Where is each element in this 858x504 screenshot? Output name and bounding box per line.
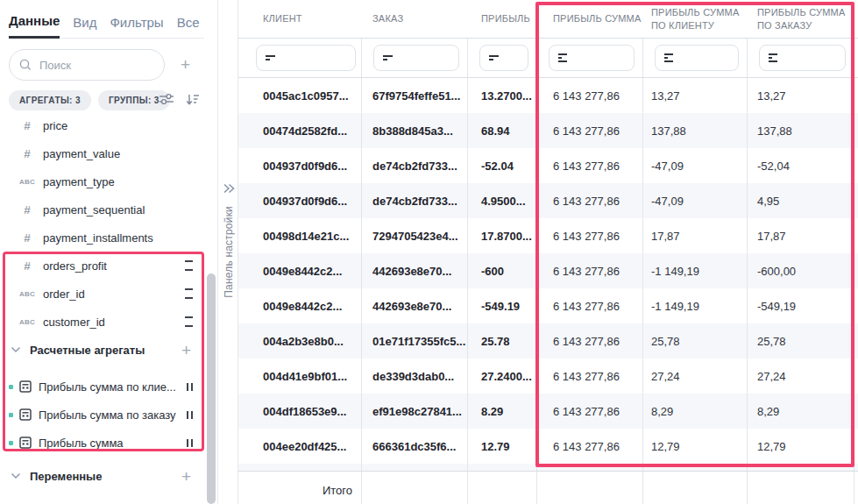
field-name: customer_id <box>43 316 180 329</box>
tab-filters[interactable]: Фильтры <box>110 15 163 38</box>
tab-data[interactable]: Данные <box>9 13 60 39</box>
field-list: # price # payment_value ABC payment_type… <box>0 111 207 492</box>
preview-table: КЛИЕНТ ЗАКАЗ ПРИБЫЛЬ ПРИБЫЛЬ СУММА ПРИБЫ… <box>238 0 858 504</box>
table-filter-row <box>238 39 858 78</box>
display-settings-button[interactable] <box>159 92 174 110</box>
sidebar-scrollbar[interactable] <box>207 273 216 504</box>
aggregate-item-profit-sum-by-order[interactable]: Прибыль сумма по заказу <box>0 401 207 429</box>
string-type-icon: ABC <box>18 178 36 186</box>
cell: de74cb2fd733... <box>362 148 468 183</box>
cell: 6 143 277,86 <box>537 358 643 394</box>
filter-input-order[interactable] <box>373 45 459 71</box>
field-item-payment-type[interactable]: ABC payment_type <box>0 167 207 195</box>
pause-indicator-icon <box>187 411 193 419</box>
column-header-profit-sum-by-order[interactable]: ПРИБЫЛЬ СУММА ПО ЗАКАЗУ <box>748 0 854 38</box>
measure-dot-icon <box>9 413 13 417</box>
aggregate-filter-icon <box>558 53 567 62</box>
table-header-row: КЛИЕНТ ЗАКАЗ ПРИБЫЛЬ ПРИБЫЛЬ СУММА ПРИБЫ… <box>238 0 858 39</box>
cell: 4,95 <box>748 183 854 218</box>
table-row: 0045ac1c0957... 67f9754feffe51... 13.270… <box>238 78 858 113</box>
column-header-profit-sum[interactable]: ПРИБЫЛЬ СУММА <box>537 0 643 38</box>
totals-row: Итого <box>238 471 858 504</box>
cell: 12,79 <box>643 429 748 464</box>
cell: 6 143 277,86 <box>537 394 643 429</box>
column-header-profit-sum-by-client[interactable]: ПРИБЫЛЬ СУММА ПО КЛИЕНТУ <box>643 0 748 38</box>
filter-input-profit-sum[interactable] <box>549 45 635 71</box>
number-type-icon: # <box>18 231 36 245</box>
column-header-client[interactable]: КЛИЕНТ <box>238 0 362 38</box>
tab-view[interactable]: Вид <box>73 15 96 38</box>
cell: 00498d14e21c... <box>238 218 362 253</box>
field-item-price[interactable]: # price <box>0 111 207 139</box>
section-variables[interactable]: Переменные + <box>0 460 207 492</box>
cell: -47,09 <box>643 148 748 183</box>
cell: 8.29 <box>468 394 537 429</box>
chevron-down-icon <box>11 472 21 479</box>
cell: 6 143 277,86 <box>537 288 643 323</box>
filter-chips: АГРЕГАТЫ: 3 ГРУППЫ: 3 <box>9 90 170 110</box>
cell: 12,79 <box>748 429 854 464</box>
filter-input-client[interactable] <box>256 45 356 71</box>
sidebar-tabs: Данные Вид Фильтры Все <box>9 11 204 39</box>
sort-descending-icon <box>185 93 200 106</box>
string-type-icon: ABC <box>18 290 36 298</box>
cell: 25,78 <box>748 323 854 358</box>
cell: 004937d0f9d6... <box>238 183 362 218</box>
cell: 68.94 <box>468 113 537 148</box>
field-item-payment-value[interactable]: # payment_value <box>0 139 207 167</box>
filter-input-profit[interactable] <box>479 45 528 71</box>
field-item-payment-sequential[interactable]: # payment_sequential <box>0 195 207 224</box>
filter-icon <box>489 55 499 60</box>
field-name: order_id <box>43 287 180 301</box>
filter-icon <box>266 55 275 60</box>
cell: 17,87 <box>748 218 854 253</box>
cell: 6 143 277,86 <box>537 218 643 253</box>
add-variable-button[interactable]: + <box>181 468 191 485</box>
aggregates-chip[interactable]: АГРЕГАТЫ: 3 <box>9 90 91 110</box>
aggregate-filter-icon <box>664 53 673 62</box>
table-row: 004df18653e9... ef91e98c27841... 8.29 6 … <box>238 394 858 429</box>
filter-input-profit-sum-by-order[interactable] <box>759 45 846 71</box>
column-header-profit[interactable]: ПРИБЫЛЬ <box>468 0 537 38</box>
cell: 27,24 <box>643 358 748 394</box>
cell: de74cb2fd733... <box>362 183 468 218</box>
field-item-order-id[interactable]: ABC order_id <box>0 280 207 308</box>
sort-button[interactable] <box>185 93 200 110</box>
filter-input-profit-sum-by-client[interactable] <box>655 45 739 71</box>
cell: 00474d2582fd... <box>238 113 362 148</box>
expand-panel-button[interactable] <box>223 181 235 197</box>
fields-sidebar: Данные Вид Фильтры Все + АГРЕГАТЫ: 3 ГРУ… <box>0 0 217 504</box>
field-item-orders-profit[interactable]: # orders_profit <box>0 252 207 280</box>
cell: 67f9754feffe51... <box>362 78 468 113</box>
cell: -52,04 <box>748 148 854 183</box>
search-input[interactable] <box>9 49 165 81</box>
tab-all[interactable]: Все <box>177 15 200 38</box>
cell: 17,87 <box>643 218 748 253</box>
pause-indicator-icon <box>187 383 193 391</box>
field-item-payment-installments[interactable]: # payment_installments <box>0 224 207 252</box>
cell: 7294705423e4... <box>362 218 468 253</box>
table-row: 004937d0f9d6... de74cb2fd733... 4.9500..… <box>238 183 858 218</box>
aggregate-item-profit-sum[interactable]: Прибыль сумма <box>0 429 207 457</box>
number-type-icon: # <box>18 203 36 217</box>
add-aggregate-button[interactable]: + <box>181 342 191 358</box>
cell: ef91e98c27841... <box>362 394 468 429</box>
cell: 6 143 277,86 <box>537 253 643 288</box>
add-field-button[interactable]: + <box>181 56 190 73</box>
column-header-order[interactable]: ЗАКАЗ <box>362 0 468 38</box>
table-row: 00498d14e21c... 7294705423e4... 17.8700.… <box>238 218 858 253</box>
cell: 13,27 <box>748 78 854 113</box>
section-calculated-aggregates[interactable]: Расчетные агрегаты + <box>0 336 207 364</box>
cell: 004d41e9bf01... <box>238 358 362 394</box>
cell: 13.2700... <box>468 78 537 113</box>
aggregate-item-profit-sum-by-client[interactable]: Прибыль сумма по клие... <box>0 373 207 401</box>
cell: 442693e8e70... <box>362 253 468 288</box>
cell: 8b388d845a3... <box>362 113 468 148</box>
cell: 004df18653e9... <box>238 394 362 429</box>
formula-indicator-icon <box>185 288 193 299</box>
table-row: 004a2b3e8b0... 01e71f17355fc5... 25.78 6… <box>238 323 858 358</box>
number-type-icon: # <box>18 259 36 273</box>
cell: -600 <box>468 253 537 288</box>
field-item-customer-id[interactable]: ABC customer_id <box>0 308 207 336</box>
aggregate-name: Прибыль сумма <box>39 437 181 450</box>
